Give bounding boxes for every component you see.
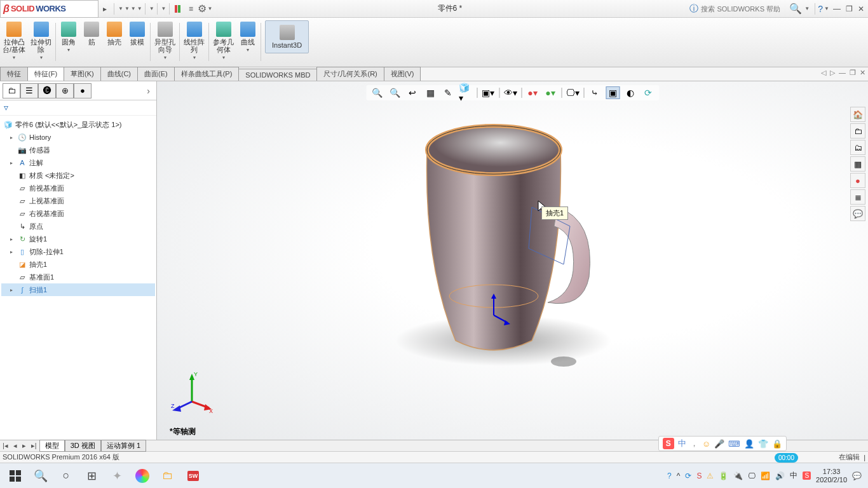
tray-warn-icon[interactable]: ⚠ — [707, 471, 714, 480]
help-menu-button[interactable]: ?▼ — [818, 4, 829, 14]
instant3d-button[interactable]: Instant3D — [265, 20, 309, 53]
tp-custom-prop-icon[interactable]: ≣ — [850, 189, 865, 205]
panel-restore-icon[interactable]: ❐ — [850, 69, 856, 77]
tab-3d-view[interactable]: 3D 视图 — [65, 440, 101, 452]
ime-smile[interactable]: ☺ — [702, 439, 710, 449]
fm-tab-dim[interactable]: ⊕ — [56, 83, 74, 98]
ime-person[interactable]: 👤 — [744, 439, 754, 449]
dyn-annotate-icon[interactable]: ✎ — [441, 86, 455, 99]
tray-monitor-icon[interactable]: 🖵 — [748, 471, 756, 480]
tray-s-icon[interactable]: S — [696, 471, 702, 480]
panel-close-icon[interactable]: ✕ — [860, 69, 865, 77]
ime-punct[interactable]: ， — [690, 438, 698, 449]
tray-wifi-icon[interactable]: 📶 — [761, 471, 770, 480]
tab-model[interactable]: 模型 — [39, 440, 65, 452]
file-explorer-icon[interactable]: 🗀 — [155, 466, 180, 486]
tray-up-icon[interactable]: ^ — [677, 471, 681, 480]
panel-minimize-icon[interactable]: — — [839, 69, 846, 77]
tree-root[interactable]: 🧊零件6 (默认<<默认>_显示状态 1>) — [1, 118, 155, 131]
tab-motion-study-1[interactable]: 运动算例 1 — [101, 440, 146, 452]
tray-sogou-icon[interactable]: S — [803, 471, 811, 480]
close-button[interactable]: ✕ — [858, 4, 864, 13]
scene-icon[interactable]: ●▾ — [543, 86, 557, 99]
tray-sync-icon[interactable]: ⟳ — [685, 471, 691, 480]
fm-tab-property[interactable]: ☰ — [20, 83, 38, 98]
select-tool-button[interactable]: ▼ — [160, 6, 166, 11]
zoom-area-icon[interactable]: 🔍 — [388, 86, 402, 99]
tab-sketch[interactable]: 草图(K) — [64, 67, 101, 81]
tab-dimensions[interactable]: 尺寸/几何关系(R) — [316, 67, 384, 81]
tp-library-icon[interactable]: 🗀 — [850, 123, 865, 139]
shaded-edges-icon[interactable]: ▣ — [606, 86, 620, 99]
tp-home-icon[interactable]: 🏠 — [850, 107, 865, 122]
tray-volume-icon[interactable]: 🔊 — [775, 471, 785, 480]
extrude-cut-button[interactable]: 拉伸切除▾ — [28, 20, 54, 62]
prev-view-icon[interactable]: ↩ — [405, 86, 419, 99]
tree-plane1[interactable]: ▱基准面1 — [1, 271, 155, 283]
minimize-button[interactable]: — — [833, 4, 841, 13]
sogou-icon[interactable]: S — [663, 438, 674, 449]
triad-icon[interactable]: ⤷ — [588, 86, 602, 99]
tree-revolve1[interactable]: ▸↻旋转1 — [1, 233, 155, 245]
tray-help-icon[interactable]: ? — [667, 471, 672, 480]
tab-mbd[interactable]: SOLIDWORKS MBD — [238, 69, 317, 81]
tray-ime-icon[interactable]: 中 — [790, 470, 797, 481]
tree-right-plane[interactable]: ▱右视基准面 — [1, 207, 155, 220]
print-button[interactable]: ▼ — [136, 6, 142, 11]
panel-prev-icon[interactable]: ◁ — [821, 69, 826, 77]
tray-battery-icon[interactable]: 🔋 — [719, 471, 728, 480]
shell-button[interactable]: 抽壳 — [103, 20, 126, 47]
tab-feature-pre[interactable]: 特征 — [0, 67, 28, 81]
tab-curves[interactable]: 曲线(C) — [100, 67, 138, 81]
settings-button[interactable]: ⚙▼ — [198, 3, 213, 15]
nav-back-icon[interactable]: ▸ — [98, 3, 111, 15]
tree-cut-extrude1[interactable]: ▸▯切除-拉伸1 — [1, 245, 155, 258]
view-settings-icon[interactable]: 🖵▾ — [566, 86, 580, 99]
tree-sensors[interactable]: 📷传感器 — [1, 144, 155, 156]
app-browser-icon[interactable] — [130, 466, 155, 486]
taskbar-clock[interactable]: 17:33 2020/2/10 — [816, 468, 847, 484]
ime-kb[interactable]: ⌨ — [728, 439, 740, 449]
tray-usb-icon[interactable]: 🔌 — [733, 471, 743, 480]
extrude-boss-button[interactable]: 拉伸凸台/基体▾ — [0, 20, 28, 62]
tree-sweep1[interactable]: ▸∫扫描1 — [1, 283, 155, 296]
section-view-icon[interactable]: ▦ — [423, 86, 437, 99]
tp-view-palette-icon[interactable]: ▦ — [850, 156, 865, 172]
app1-icon[interactable]: ✦ — [104, 466, 130, 486]
fm-tab-tree[interactable]: 🗀 — [3, 83, 20, 98]
appearance-icon[interactable]: ●▾ — [526, 86, 539, 99]
ime-lock[interactable]: 🔒 — [772, 439, 782, 449]
tree-origin[interactable]: ↳原点 — [1, 220, 155, 233]
open-file-button[interactable]: ▼ — [123, 6, 130, 11]
fillet-button[interactable]: 圆角▾ — [57, 20, 80, 54]
panel-next-icon[interactable]: ▷ — [830, 69, 835, 77]
tp-forum-icon[interactable]: 💬 — [850, 206, 865, 221]
tp-appearance-icon[interactable]: ● — [850, 173, 865, 188]
fm-filter[interactable]: ▿ — [0, 100, 156, 116]
btab-next-icon[interactable]: ▸ — [20, 442, 29, 450]
tree-top-plane[interactable]: ▱上视基准面 — [1, 194, 155, 207]
btab-prev-icon[interactable]: ◂ — [11, 442, 20, 450]
ime-shirt[interactable]: 👕 — [758, 439, 768, 449]
start-button[interactable] — [3, 466, 28, 486]
tab-view[interactable]: 视图(V) — [384, 67, 421, 81]
solidworks-taskbar-icon[interactable]: SW — [180, 466, 206, 486]
display-style-icon[interactable]: ▣▾ — [481, 86, 495, 99]
fm-expand-icon[interactable]: › — [143, 86, 154, 96]
search-input[interactable] — [701, 5, 787, 13]
perspective-icon[interactable]: ⟳ — [641, 86, 655, 99]
graphics-viewport[interactable]: 🔍 🔍 ↩ ▦ ✎ 🧊▾ ▣▾ 👁▾ ●▾ ●▾ 🖵▾ ⤷ ▣ ◐ ⟳ 🏠 🗀 … — [157, 81, 868, 440]
draft-button[interactable]: 拔模 — [126, 20, 149, 47]
tree-annotations[interactable]: ▸A注解 — [1, 156, 155, 169]
rebuild-button[interactable] — [172, 3, 185, 15]
linear-pattern-button[interactable]: 线性阵列▾ — [181, 20, 207, 62]
curves-button[interactable]: 曲线▾ — [236, 20, 259, 54]
search-taskbar-icon[interactable]: 🔍 — [28, 466, 53, 486]
tree-shell1[interactable]: ◪抽壳1 — [1, 258, 155, 271]
tab-spline-tools[interactable]: 样条曲线工具(P) — [174, 67, 240, 81]
new-file-button[interactable]: ▼ — [117, 6, 123, 11]
task-view-icon[interactable]: ⊞ — [79, 466, 104, 486]
zoom-fit-icon[interactable]: 🔍 — [370, 86, 384, 99]
action-center-icon[interactable]: 💬 — [852, 471, 862, 480]
view-orient-icon[interactable]: 🧊▾ — [459, 86, 473, 99]
